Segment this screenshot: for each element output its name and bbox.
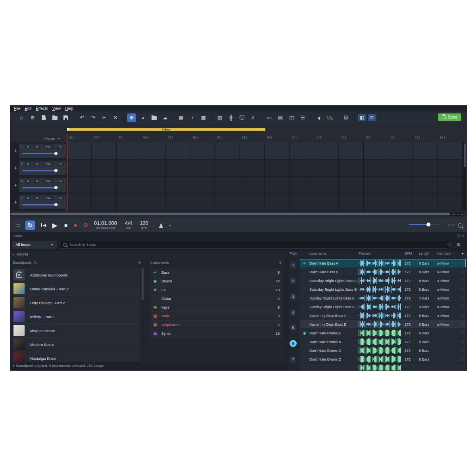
object-editor-icon[interactable]: ☰: [298, 113, 307, 122]
favorite-heart-icon[interactable]: ♡: [459, 322, 466, 326]
search-input[interactable]: [69, 242, 445, 247]
track-m-button[interactable]: M: [34, 196, 39, 200]
stop-button[interactable]: ■: [61, 221, 71, 230]
soundpool-item[interactable]: MAdditional Soundpools: [13, 268, 140, 282]
soundpools-header[interactable]: Soundpools ⇅ ≫: [13, 261, 141, 265]
soundpool-scroll-thumb[interactable]: [142, 268, 144, 300]
fade-icon[interactable]: ◕: [138, 113, 147, 122]
track-rec-button[interactable]: REC: [44, 144, 53, 149]
timeline-ruler[interactable]: 01:1.02:1.03:1.04:1.05:1.06:1.07:1.08:1.…: [10, 135, 467, 142]
track-volume-slider[interactable]: [22, 153, 60, 154]
add-track-button[interactable]: +: [13, 147, 18, 154]
waveform-preview[interactable]: [359, 312, 405, 319]
instruments-header[interactable]: Instruments ≫: [150, 261, 282, 265]
save-icon[interactable]: [61, 113, 70, 122]
track-s-button[interactable]: S: [25, 161, 31, 166]
piano-icon[interactable]: ▥: [215, 113, 224, 122]
cloud-import-icon[interactable]: ☁: [161, 113, 169, 122]
volume-knob[interactable]: [54, 186, 58, 189]
track-lane-3[interactable]: [67, 177, 463, 194]
record-settings-icon[interactable]: ⚙: [81, 221, 90, 230]
soundpool-item[interactable]: Dirty HipHop - Part 2: [13, 296, 140, 310]
deselect-all-icon[interactable]: ≫: [278, 261, 282, 264]
menu-view[interactable]: View: [52, 106, 61, 111]
volume-knob[interactable]: [54, 169, 58, 172]
favorite-heart-icon[interactable]: ♡: [459, 305, 466, 309]
screen-icon[interactable]: ▤: [276, 113, 285, 122]
pitch-circle-1[interactable]: 1: [290, 261, 297, 269]
zoom-slider[interactable]: [409, 224, 441, 225]
loop-grid-icon[interactable]: ▦: [177, 113, 186, 122]
record-button[interactable]: ●: [71, 221, 80, 230]
panel-left-icon[interactable]: ◧: [358, 114, 366, 121]
track-fx-button[interactable]: FX: [57, 161, 63, 166]
loop-row[interactable]: Don't Hate Drums B1728 Bars♡: [300, 338, 466, 346]
add-track-button[interactable]: +: [13, 164, 18, 171]
waveform-preview[interactable]: [359, 321, 405, 328]
favorite-heart-icon[interactable]: ♡: [459, 278, 466, 283]
waveform-preview[interactable]: [359, 330, 405, 337]
cut-icon[interactable]: ✂: [100, 113, 109, 122]
waveform-preview[interactable]: [359, 338, 405, 345]
hscroll-arrow[interactable]: ▸: [461, 213, 463, 216]
add-track-button[interactable]: +: [13, 198, 18, 205]
tempo-display[interactable]: 120 BPM: [138, 220, 150, 229]
position-display[interactable]: 01.01.000 Bar.Beats.Ticks: [90, 220, 121, 229]
waveform-preview[interactable]: [359, 277, 405, 284]
settings-icon[interactable]: ⚙: [28, 113, 37, 122]
track-s-button[interactable]: S: [25, 144, 31, 149]
waveform-preview[interactable]: [359, 303, 405, 311]
loop-row[interactable]: Saturday Bright Lights Bass A1728 Barsa-…: [300, 276, 466, 285]
track-lane-4[interactable]: [67, 194, 463, 211]
instrument-item-fx[interactable]: ✻Fx13: [150, 286, 282, 294]
pitch-circle-2[interactable]: 2: [290, 277, 297, 284]
soundpool-item[interactable]: Modern Score: [13, 338, 140, 351]
loop-range-bar[interactable]: 8 Bars: [67, 128, 265, 131]
favorite-heart-icon[interactable]: ♡: [459, 270, 466, 274]
loop-row[interactable]: Sunday Bright Lights Bass A1724 Barsa-Mi…: [300, 294, 466, 302]
instrument-item-pads[interactable]: ▦Pads8: [150, 312, 282, 321]
track-lane-2[interactable]: [67, 159, 463, 177]
vertical-scrollbar[interactable]: [463, 142, 466, 211]
loop-row[interactable]: Don't Hate Drums C1728 Bars♡: [300, 346, 466, 355]
waveform-preview[interactable]: [359, 347, 405, 354]
loop-row[interactable]: Xavier my Dear Bass B1728 Barsa-Minor♡: [300, 320, 466, 328]
track-m-button[interactable]: M: [34, 144, 39, 149]
hscroll-arrow[interactable]: ▸: [453, 213, 455, 216]
hscroll-thumb[interactable]: [10, 213, 450, 215]
mixer-icon[interactable]: ╫: [226, 113, 235, 122]
loop-row[interactable]: ◉Don't Hate Drums A1728 Bars♡: [300, 329, 466, 337]
loop-row[interactable]: Don't Hate Drums D1728 Bars♡: [300, 355, 466, 363]
favorite-heart-icon[interactable]: ♡: [459, 313, 466, 318]
undock-panel-icon[interactable]: ❏: [457, 234, 460, 238]
range-start-handle[interactable]: [67, 128, 70, 131]
matrix-icon[interactable]: ▩: [199, 113, 208, 122]
waveform-preview[interactable]: [359, 356, 405, 363]
track-rec-button[interactable]: REC: [44, 178, 53, 183]
pitch-circle-6[interactable]: 6: [290, 340, 297, 347]
waveform-preview[interactable]: [359, 295, 405, 302]
track-lane-1[interactable]: [67, 142, 463, 159]
zoom-slider-knob[interactable]: [426, 223, 430, 226]
loop-row[interactable]: Saturday Bright Lights Bass B1728 Barsa-…: [300, 285, 466, 294]
track-s-button[interactable]: S: [25, 196, 31, 200]
arranger-icon[interactable]: ▭: [265, 113, 274, 122]
track-s-button[interactable]: S: [25, 178, 31, 183]
new-project-icon[interactable]: [39, 113, 48, 122]
track-m-button[interactable]: M: [34, 178, 39, 183]
track-volume-slider[interactable]: [22, 204, 60, 205]
randomize-icon[interactable]: ⚄: [342, 113, 351, 122]
redo-icon[interactable]: ↷: [89, 113, 98, 122]
loop-row[interactable]: Sunday Bright Lights Bass B1724 Barsa-Mi…: [300, 303, 466, 311]
loop-row[interactable]: ✒Don't Hate Bass A1728 Barsa-Minor♡: [300, 259, 466, 267]
instrument-item-bass[interactable]: ✒Bass8: [150, 268, 282, 277]
track-rec-button[interactable]: REC: [44, 161, 53, 166]
loops-filter-select[interactable]: All loops ▼: [12, 241, 57, 249]
loops-settings-icon[interactable]: ⚙: [456, 242, 461, 248]
pitch-circle-4[interactable]: 4: [290, 309, 297, 316]
play-button[interactable]: ▶: [50, 221, 60, 230]
sort-icon[interactable]: ⇅: [34, 261, 37, 265]
favorites-column-header[interactable]: ♥: [459, 251, 466, 255]
waveform-preview[interactable]: [359, 365, 405, 371]
loop-toggle-button[interactable]: ↻: [25, 221, 35, 230]
